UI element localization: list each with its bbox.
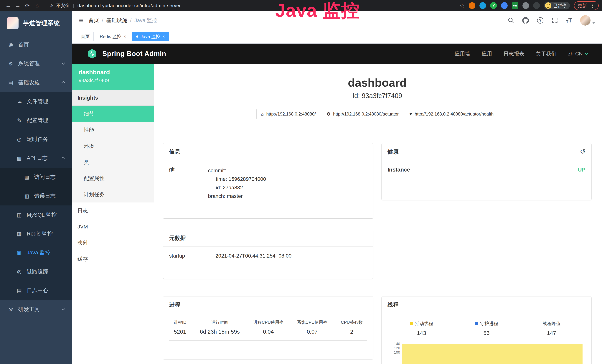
sidebar-item-infrastructure[interactable]: ▤ 基础设施: [0, 73, 72, 92]
column-header: 系统CPU使用率: [297, 320, 327, 325]
browser-reload-icon[interactable]: ⟳: [23, 2, 32, 9]
sidebar-item-api-logs[interactable]: ▧ API 日志: [0, 149, 72, 168]
sba-item-caches[interactable]: 缓存: [72, 251, 154, 267]
security-warning-icon: ⚠: [50, 3, 54, 8]
doc-icon: ▥: [23, 193, 30, 199]
browser-back-icon[interactable]: ←: [3, 2, 13, 9]
sba-main: dashboard Id: 93a3fc7f7409 ⌂ http://192.…: [154, 64, 602, 364]
sba-instance-header[interactable]: dashboard 93a3fc7f7409: [72, 64, 154, 90]
sba-nav-applications[interactable]: 应用: [482, 50, 492, 57]
sidebar-item-scheduled-jobs[interactable]: ◷ 定时任务: [0, 130, 72, 149]
legend-label: 活动线程: [415, 321, 433, 327]
font-size-icon[interactable]: TT: [566, 17, 572, 24]
threads-chart: 140 120 100: [389, 342, 584, 354]
tab-redis-monitor[interactable]: Redis 监控 ×: [96, 32, 130, 41]
y-tick: 120: [389, 346, 400, 350]
fullscreen-icon[interactable]: [552, 17, 558, 23]
extension-icon-orange[interactable]: [469, 2, 475, 9]
sidebar-item-home[interactable]: ◉ 首页: [0, 35, 72, 54]
tab-java-monitor[interactable]: Java 监控 ×: [132, 32, 169, 41]
url-text[interactable]: dashboard.yudao.iocoder.cn/infra/admin-s…: [77, 3, 181, 9]
actuator-url-link[interactable]: ⚙ http://192.168.0.2:48080/actuator: [322, 109, 403, 119]
ext-letter: on: [513, 4, 517, 7]
browser-update-button[interactable]: 更新 ⋮: [574, 1, 599, 10]
address-bar[interactable]: ⚠ 不安全 | dashboard.yudao.iocoder.cn/infra…: [46, 1, 456, 10]
sidebar-item-access-logs[interactable]: ▨ 访问日志: [0, 168, 72, 187]
column-value: 5261: [173, 329, 186, 335]
log-icon: ▧: [16, 155, 23, 161]
instance-title: dashboard: [163, 77, 591, 88]
extension-icon-on-badge[interactable]: on: [512, 2, 518, 9]
search-icon[interactable]: [508, 17, 514, 23]
sidebar-item-system-mgmt[interactable]: ⚙ 系统管理: [0, 54, 72, 73]
sba-item-mappings[interactable]: 映射: [72, 235, 154, 251]
card-title: 元数据: [169, 234, 186, 242]
sidebar-item-tracing[interactable]: ◎ 链路追踪: [0, 262, 72, 281]
extension-icon-blue-drop[interactable]: [479, 2, 486, 9]
link-url: http://192.168.0.2:48080/actuator/health: [415, 111, 494, 117]
sba-item-jvm[interactable]: JVM: [72, 219, 154, 235]
profile-paused-chip[interactable]: 已暂停: [544, 2, 570, 10]
user-menu[interactable]: [580, 15, 595, 26]
column-header: 进程CPU使用率: [253, 320, 284, 325]
browser-menu-icon[interactable]: ⋮: [590, 3, 595, 9]
sba-item-logs[interactable]: 日志: [72, 203, 154, 219]
sba-item-details[interactable]: 细节: [72, 106, 154, 122]
browser-home-icon[interactable]: ⌂: [32, 2, 42, 9]
font-big-t: T: [568, 17, 572, 24]
sba-nav-about[interactable]: 关于我们: [536, 50, 557, 57]
sba-item-metrics[interactable]: 性能: [72, 122, 154, 138]
sba-item-config-props[interactable]: 配置属性: [72, 170, 154, 186]
sba-locale-select[interactable]: zh-CN: [568, 51, 588, 57]
close-icon[interactable]: ×: [123, 34, 126, 39]
history-icon[interactable]: ↺: [580, 148, 585, 156]
column-header: 运行时间: [200, 320, 240, 325]
health-url-link[interactable]: ♥ http://192.168.0.2:48080/actuator/heal…: [405, 109, 498, 119]
card-title: 健康: [387, 148, 399, 156]
tab-home[interactable]: 首页: [77, 32, 94, 41]
extension-icon-green[interactable]: Y: [490, 2, 497, 9]
sba-brand-title[interactable]: Spring Boot Admin: [102, 50, 166, 58]
sba-nav-journal[interactable]: 日志报表: [504, 50, 524, 57]
github-icon[interactable]: [522, 17, 529, 24]
service-url-link[interactable]: ⌂ http://192.168.0.2:48080/: [256, 109, 320, 119]
breadcrumb-home[interactable]: 首页: [88, 17, 99, 24]
gear-icon: ⚙: [7, 61, 14, 67]
tags-view-bar: 首页 Redis 监控 × Java 监控 ×: [72, 30, 602, 43]
sba-nav-wallboard[interactable]: 应用墙: [455, 50, 470, 57]
instance-links: ⌂ http://192.168.0.2:48080/ ⚙ http://192…: [163, 109, 591, 119]
sidebar-item-dev-tools[interactable]: ⚒ 研发工具: [0, 300, 72, 319]
sidebar-item-file-mgmt[interactable]: ☁ 文件管理: [0, 92, 72, 111]
sidebar-item-java-monitor[interactable]: ▣ Java 监控: [0, 243, 72, 262]
bookmark-star-icon[interactable]: ☆: [460, 2, 465, 9]
sidebar-item-config-mgmt[interactable]: ✎ 配置管理: [0, 111, 72, 130]
sidebar-item-error-logs[interactable]: ▥ 错误日志: [0, 187, 72, 205]
sba-item-environment[interactable]: 环境: [72, 138, 154, 154]
active-dot: [136, 35, 138, 38]
sidebar-item-redis-monitor[interactable]: ▦ Redis 监控: [0, 224, 72, 243]
legend-label: 线程峰值: [543, 321, 560, 327]
close-icon[interactable]: ×: [162, 34, 165, 39]
security-label[interactable]: 不安全: [56, 3, 70, 9]
help-icon[interactable]: ?: [537, 17, 543, 23]
browser-forward-icon[interactable]: →: [13, 2, 23, 9]
sba-item-classes[interactable]: 类: [72, 154, 154, 170]
extension-icon-gray[interactable]: [522, 2, 529, 9]
extension-icon-puzzle[interactable]: [533, 2, 540, 9]
info-row-git: git commit: time: 1596289704000 id: 27aa…: [169, 166, 367, 206]
chevron-up-icon: [62, 157, 65, 160]
sba-nav: 应用墙 应用 日志报表 关于我们 zh-CN: [455, 50, 588, 57]
app-logo[interactable]: 芋道管理系统: [0, 11, 72, 35]
instance-subtitle: Id: 93a3fc7f7409: [163, 93, 591, 99]
info-label: git: [169, 166, 208, 201]
breadcrumb-infrastructure[interactable]: 基础设施: [106, 17, 127, 24]
sba-item-scheduled-tasks[interactable]: 计划任务: [72, 186, 154, 203]
sidebar-collapse-icon[interactable]: ≡: [79, 16, 83, 25]
caret-down-icon: [592, 22, 595, 24]
sidebar-item-label: 系统管理: [18, 60, 40, 67]
sidebar-item-mysql-monitor[interactable]: ◫ MySQL 监控: [0, 205, 72, 224]
extension-icon-grid[interactable]: [501, 2, 508, 9]
sidebar-item-log-center[interactable]: ▤ 日志中心: [0, 281, 72, 300]
monitor-icon: ▣: [16, 250, 23, 256]
heart-icon: ♥: [409, 111, 412, 117]
